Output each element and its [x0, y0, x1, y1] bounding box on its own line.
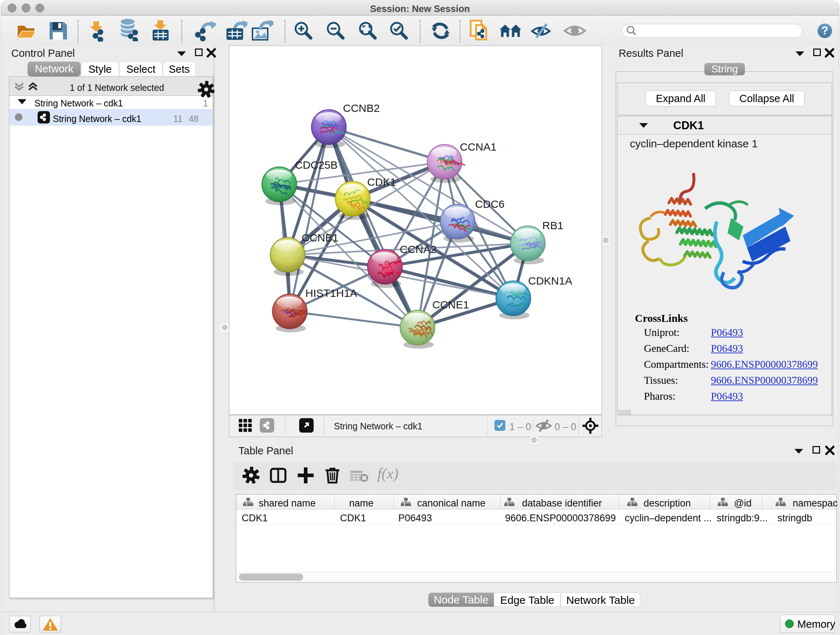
svg-text:HIST1H1A: HIST1H1A	[305, 287, 357, 299]
svg-text:CDKN1A: CDKN1A	[528, 275, 572, 287]
svg-text:CDC25B: CDC25B	[295, 159, 338, 171]
svg-text:CDK1: CDK1	[367, 176, 396, 188]
svg-text:CCNB2: CCNB2	[343, 102, 380, 114]
svg-text:RB1: RB1	[542, 219, 563, 231]
svg-text:CCNA2: CCNA2	[400, 243, 437, 255]
svg-text:CCNE1: CCNE1	[432, 299, 469, 310]
svg-text:CDC6: CDC6	[475, 198, 505, 210]
svg-text:CCNA1: CCNA1	[460, 141, 497, 153]
svg-text:CCNB1: CCNB1	[302, 232, 339, 244]
